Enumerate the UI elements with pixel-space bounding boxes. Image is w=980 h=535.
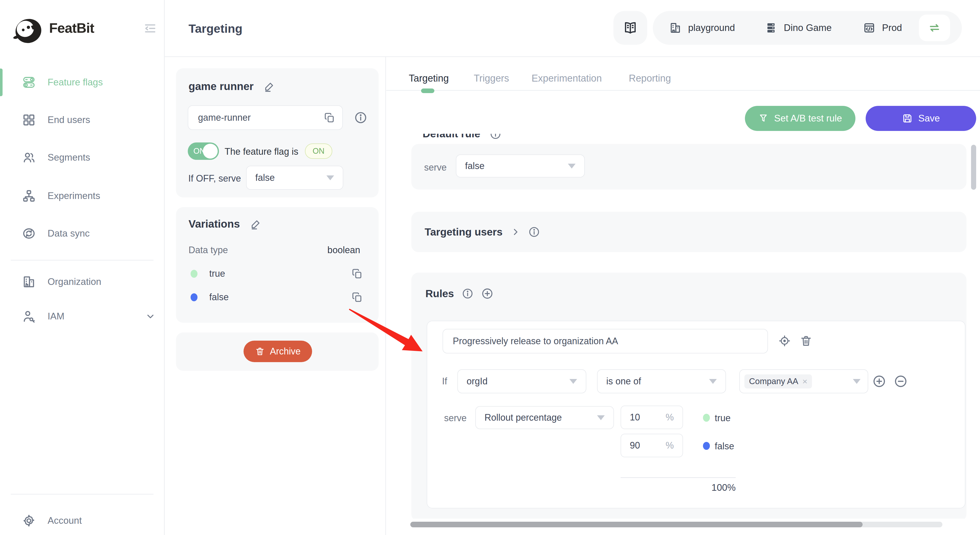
caret-down-icon bbox=[709, 379, 717, 384]
caret-down-icon bbox=[326, 175, 334, 180]
info-icon[interactable] bbox=[462, 288, 474, 300]
caret-down-icon bbox=[570, 379, 577, 384]
sidebar-item-label: Segments bbox=[48, 152, 90, 163]
variation-row: false bbox=[191, 292, 363, 303]
flag-toggle[interactable]: ON bbox=[188, 143, 219, 160]
rollout-percent-value: 90 bbox=[630, 440, 640, 451]
flag-status-badge: ON bbox=[305, 143, 332, 159]
variation-color-dot bbox=[703, 442, 710, 450]
targeting-users-title: Targeting users bbox=[425, 226, 503, 238]
info-icon[interactable] bbox=[354, 111, 368, 124]
flag-name: game runner bbox=[189, 80, 253, 92]
person-key-icon bbox=[22, 310, 36, 323]
chip-label: Company AA bbox=[749, 376, 799, 386]
header-divider bbox=[165, 56, 980, 57]
project-selector[interactable]: playground bbox=[669, 11, 735, 45]
archive-button[interactable]: Archive bbox=[243, 341, 312, 362]
copy-icon[interactable] bbox=[352, 292, 363, 303]
sidebar-collapse-icon[interactable] bbox=[143, 21, 157, 35]
book-icon bbox=[623, 21, 638, 35]
target-icon[interactable] bbox=[778, 335, 791, 347]
rollout-total: 100% bbox=[684, 482, 736, 493]
ab-button-label: Set A/B test rule bbox=[774, 113, 842, 124]
server-stack-icon bbox=[765, 22, 777, 34]
sidebar-item-organization[interactable]: Organization bbox=[0, 268, 165, 296]
chevron-down-icon[interactable] bbox=[145, 311, 156, 322]
tab-experimentation[interactable]: Experimentation bbox=[531, 73, 602, 84]
flag-key-input[interactable]: game-runner bbox=[188, 105, 343, 130]
rollout-percent-input[interactable]: 90 % bbox=[620, 434, 683, 457]
targeting-scroll-area[interactable]: Default rule serve false Targeting users bbox=[386, 134, 980, 519]
delete-rule-icon[interactable] bbox=[800, 335, 813, 347]
grid-icon bbox=[22, 113, 36, 127]
vertical-scrollbar[interactable] bbox=[971, 145, 976, 190]
sidebar-item-data-sync[interactable]: Data sync bbox=[0, 219, 165, 248]
property-select[interactable]: orgId bbox=[457, 369, 586, 393]
docs-button[interactable] bbox=[613, 11, 647, 45]
horizontal-scrollbar-thumb[interactable] bbox=[410, 522, 862, 527]
page-title: Targeting bbox=[189, 21, 242, 35]
tab-targeting[interactable]: Targeting bbox=[409, 73, 449, 84]
sidebar: FeatBit Feature flags En bbox=[0, 0, 165, 535]
env-group-selector[interactable]: Dino Game bbox=[765, 11, 832, 45]
remove-condition-icon[interactable] bbox=[894, 375, 908, 388]
tabs-underline bbox=[386, 90, 980, 91]
edit-variations-icon[interactable] bbox=[250, 218, 262, 230]
project-name: playground bbox=[688, 22, 735, 33]
horizontal-scrollbar[interactable] bbox=[410, 522, 942, 527]
default-serve-select[interactable]: false bbox=[456, 154, 585, 178]
sidebar-item-end-users[interactable]: End users bbox=[0, 106, 165, 134]
sidebar-item-account[interactable]: Account bbox=[0, 506, 165, 535]
sidebar-item-feature-flags[interactable]: Feature flags bbox=[0, 68, 165, 97]
save-button[interactable]: Save bbox=[865, 106, 976, 131]
off-serve-select[interactable]: false bbox=[246, 166, 343, 190]
context-switcher: playground Dino Game Prod bbox=[653, 11, 962, 45]
default-serve-value: false bbox=[465, 160, 485, 171]
tab-reporting[interactable]: Reporting bbox=[629, 73, 671, 84]
environment-selector[interactable]: Prod bbox=[863, 11, 902, 45]
toggle-knob bbox=[203, 144, 218, 159]
percent-suffix: % bbox=[666, 440, 674, 451]
info-icon[interactable] bbox=[490, 134, 501, 140]
add-rule-icon[interactable] bbox=[481, 287, 493, 300]
sidebar-item-iam[interactable]: IAM bbox=[0, 302, 165, 330]
rule-name-input[interactable]: Progressively release to organization AA bbox=[442, 329, 768, 353]
variations-card: Variations Data type boolean true false bbox=[176, 207, 379, 323]
serve-label: serve bbox=[424, 162, 447, 173]
chevron-right-icon[interactable] bbox=[510, 227, 520, 237]
sidebar-item-experiments[interactable]: Experiments bbox=[0, 182, 165, 210]
property-value: orgId bbox=[466, 376, 488, 387]
rules-card: Rules Progressively release to organizat… bbox=[411, 273, 966, 519]
add-condition-icon[interactable] bbox=[872, 375, 886, 388]
values-multiselect[interactable]: Company AA × bbox=[739, 369, 868, 393]
sidebar-item-segments[interactable]: Segments bbox=[0, 143, 165, 171]
copy-icon[interactable] bbox=[352, 268, 363, 279]
swap-arrows-icon bbox=[928, 21, 941, 35]
tab-triggers[interactable]: Triggers bbox=[474, 73, 509, 84]
remove-chip-icon[interactable]: × bbox=[802, 376, 808, 386]
switch-context-button[interactable] bbox=[919, 14, 950, 41]
rollout-variation-label: false bbox=[715, 441, 734, 452]
rollout-percent-input[interactable]: 10 % bbox=[620, 406, 683, 429]
targeting-users-card[interactable]: Targeting users bbox=[411, 212, 966, 252]
people-icon bbox=[22, 151, 36, 164]
operator-select[interactable]: is one of bbox=[597, 369, 726, 393]
project-icon bbox=[669, 22, 681, 34]
sidebar-item-label: Feature flags bbox=[48, 77, 103, 88]
set-ab-test-rule-button[interactable]: Set A/B test rule bbox=[745, 106, 856, 131]
rules-title: Rules bbox=[425, 288, 454, 300]
serve-type-select[interactable]: Rollout percentage bbox=[475, 406, 614, 429]
active-tab-indicator bbox=[421, 89, 434, 93]
sidebar-item-label: IAM bbox=[48, 311, 64, 322]
serve-type-value: Rollout percentage bbox=[485, 412, 562, 423]
rollout-variation-label: true bbox=[715, 413, 730, 424]
archive-label: Archive bbox=[270, 346, 301, 357]
funnel-icon bbox=[758, 113, 768, 124]
caret-down-icon bbox=[597, 415, 605, 420]
info-icon[interactable] bbox=[528, 226, 540, 238]
copy-icon[interactable] bbox=[324, 112, 335, 123]
flag-status-text: The feature flag is bbox=[224, 146, 298, 157]
rollout-total-divider bbox=[620, 477, 736, 478]
edit-flag-name-icon[interactable] bbox=[264, 81, 275, 92]
rollout-percent-value: 10 bbox=[630, 412, 640, 423]
